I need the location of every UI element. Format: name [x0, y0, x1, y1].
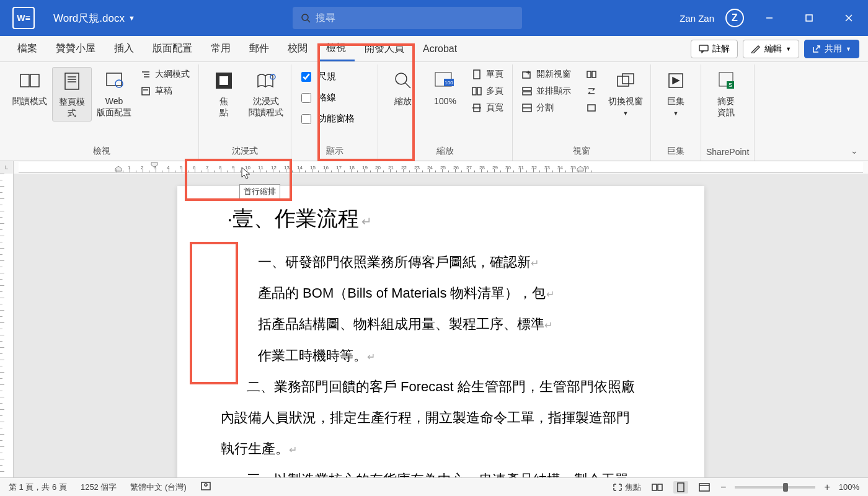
gridlines-checkbox[interactable]: 格線	[296, 88, 373, 107]
focus-button[interactable]: 焦 點	[204, 67, 244, 120]
immersive-reader-button[interactable]: 沈浸式 閱讀程式	[246, 67, 286, 120]
one-page-icon	[472, 69, 481, 79]
tab-layout[interactable]: 版面配置	[144, 37, 201, 60]
accessibility-icon[interactable]	[200, 481, 211, 493]
outline-icon	[141, 70, 151, 79]
user-name[interactable]: Zan Zan	[680, 13, 714, 24]
tab-custom[interactable]: 贊贊小屋	[47, 37, 104, 60]
group-label: SharePoint	[706, 144, 749, 158]
tab-review[interactable]: 校閱	[279, 37, 316, 60]
sync-icon	[587, 87, 596, 95]
zoom-in-button[interactable]: +	[824, 482, 830, 493]
svg-point-23	[396, 73, 407, 84]
svg-rect-21	[219, 76, 228, 85]
language[interactable]: 繁體中文 (台灣)	[130, 482, 186, 493]
ruler-checkbox[interactable]: 尺規	[296, 67, 373, 86]
indent-tooltip: 首行縮排	[239, 184, 280, 199]
navpane-checkbox[interactable]: 功能窗格	[296, 109, 373, 128]
zoom-slider[interactable]	[735, 486, 815, 489]
tab-acrobat[interactable]: Acrobat	[414, 38, 466, 60]
paragraph[interactable]: 二、業務部門回饋的客戶 Forecast 給生管部門，生管部門依照廠	[221, 373, 642, 401]
page-width-button[interactable]: 頁寬	[467, 100, 507, 115]
word-count[interactable]: 1252 個字	[81, 482, 117, 493]
switch-window-button[interactable]: 切換視窗 ▼	[606, 67, 645, 120]
macros-button[interactable]: 巨集 ▼	[656, 67, 696, 120]
svg-rect-6	[699, 45, 708, 51]
hundred-icon: 100	[434, 71, 456, 90]
svg-point-50	[205, 484, 207, 486]
draft-icon	[141, 87, 151, 95]
sync-scroll-button[interactable]	[582, 84, 601, 99]
svg-rect-44	[622, 74, 634, 84]
zoom-level[interactable]: 100%	[839, 482, 859, 492]
svg-rect-53	[678, 483, 684, 492]
left-indent-marker[interactable]	[115, 166, 122, 172]
collapse-ribbon-icon[interactable]: ⌄	[851, 146, 858, 156]
zoom-button[interactable]: 縮放	[383, 67, 423, 109]
share-button[interactable]: 共用 ▼	[804, 40, 859, 58]
svg-rect-7	[20, 74, 29, 87]
arrange-all-button[interactable]: 並排顯示	[518, 84, 575, 99]
search-input[interactable]	[316, 12, 515, 24]
split-button[interactable]: 分割	[518, 100, 575, 115]
new-window-button[interactable]: 開新視窗	[518, 67, 575, 82]
user-avatar-icon[interactable]: Z	[725, 9, 744, 27]
read-icon	[19, 72, 40, 89]
zoom-out-button[interactable]: −	[720, 482, 726, 493]
web-layout-button[interactable]: Web 版面配置	[94, 67, 134, 120]
svg-rect-41	[592, 71, 596, 78]
maximize-button[interactable]	[795, 6, 823, 30]
print-view-button[interactable]	[673, 481, 688, 494]
outline-button[interactable]: 大綱模式	[136, 67, 193, 82]
heading-1[interactable]: ·壹、作業流程↵	[227, 205, 642, 233]
group-zoom: 縮放 100 100% 單頁 多頁 頁寬 縮放	[378, 64, 513, 161]
tab-mail[interactable]: 郵件	[241, 37, 278, 60]
paragraph[interactable]: 產品的 BOM（Bills of Materials 物料清單），包↵	[258, 279, 655, 308]
read-mode-button[interactable]: 閱讀模式	[10, 67, 50, 109]
page-count[interactable]: 第 1 頁，共 6 頁	[9, 482, 67, 493]
zoom-100-button[interactable]: 100 100%	[425, 67, 465, 109]
compare-icon	[587, 70, 596, 79]
side-by-side-button[interactable]	[582, 67, 601, 82]
paragraph[interactable]: 作業工時機時等。↵	[258, 342, 655, 370]
svg-line-24	[405, 83, 410, 88]
paragraph[interactable]: 三、以製造業核心的存貨庫存為中心，串連產品結構、製令工單、	[221, 466, 642, 477]
svg-rect-51	[652, 484, 657, 490]
tab-home[interactable]: 常用	[202, 37, 239, 60]
paragraph[interactable]: 執行生產。↵	[221, 435, 642, 463]
paragraph[interactable]: 一、研發部門依照業務所傳客戶圖紙，確認新↵	[258, 248, 655, 277]
horizontal-ruler[interactable]: 1234567891011121314151617181920212223242…	[19, 162, 863, 173]
chevron-down-icon[interactable]: ▼	[128, 14, 135, 22]
one-page-button[interactable]: 單頁	[467, 67, 507, 82]
comments-button[interactable]: 註解	[691, 40, 738, 58]
reset-icon	[587, 104, 596, 112]
read-view-button[interactable]	[650, 481, 665, 494]
draft-button[interactable]: 草稿	[136, 84, 193, 99]
paragraph[interactable]: 括產品結構圖、物料組成用量、製程工序、標準↵	[258, 310, 655, 339]
group-macros: 巨集 ▼ 巨集	[651, 64, 701, 161]
close-button[interactable]	[835, 6, 863, 30]
print-layout-button[interactable]: 整頁模式	[52, 67, 92, 122]
tab-view[interactable]: 檢視	[317, 37, 355, 61]
web-view-button[interactable]	[697, 481, 712, 494]
multi-page-button[interactable]: 多頁	[467, 84, 507, 99]
paragraph[interactable]: 內設備人員狀況，排定生產行程，開立製造命令工單，指揮製造部門	[221, 404, 642, 432]
vertical-ruler[interactable]	[0, 174, 14, 477]
macros-icon	[666, 71, 685, 90]
edit-mode-button[interactable]: 編輯 ▼	[743, 40, 799, 58]
ruler-row: L 12345678910111213141516171819202122232…	[0, 161, 868, 174]
tab-file[interactable]: 檔案	[9, 37, 46, 60]
group-label: 巨集	[656, 143, 696, 158]
group-label: 檢視	[10, 143, 193, 158]
search-box[interactable]	[293, 7, 522, 29]
page[interactable]: ·壹、作業流程↵ 一、研發部門依照業務所傳客戶圖紙，確認新↵ 產品的 BOM（B…	[177, 186, 704, 477]
summary-button[interactable]: S 摘要 資訊	[706, 67, 746, 120]
sharepoint-icon: S	[717, 71, 735, 90]
minimize-button[interactable]	[755, 6, 784, 30]
tab-developer[interactable]: 開發人員	[356, 37, 413, 60]
tab-insert[interactable]: 插入	[105, 37, 143, 60]
group-window: 開新視窗 並排顯示 分割 切換視窗 ▼ 視窗	[513, 64, 651, 161]
focus-mode-button[interactable]: 焦點	[613, 482, 641, 493]
reset-position-button[interactable]	[582, 100, 601, 115]
document-title[interactable]: Word尺規.docx	[53, 11, 125, 25]
